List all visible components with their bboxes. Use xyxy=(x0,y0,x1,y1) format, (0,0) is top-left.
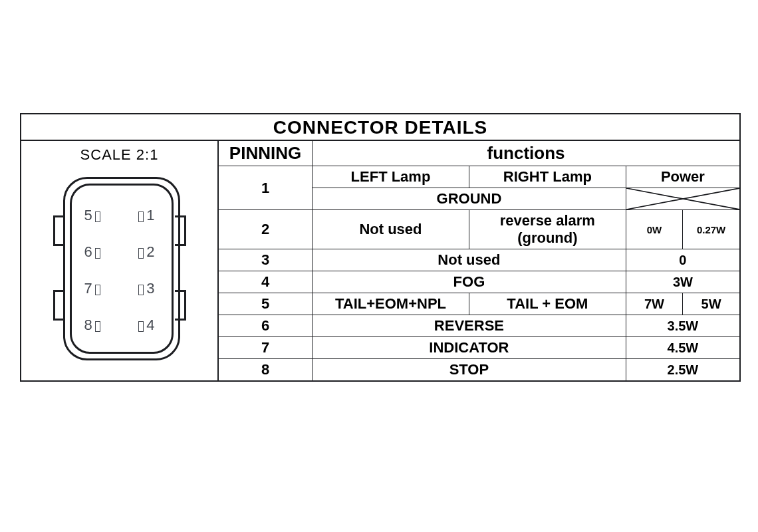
table-row: 7 INDICATOR 4.5W xyxy=(219,337,739,359)
connector-diagram-column: SCALE 2:1 5 1 6 2 xyxy=(21,141,219,380)
power-cell: 2.5W xyxy=(626,359,739,381)
pin-number: 5 xyxy=(219,293,313,315)
power-cell: 0 xyxy=(626,249,739,271)
power-cell: 5W xyxy=(683,293,739,315)
function-cell: reverse alarm (ground) xyxy=(469,210,626,249)
connector-details-panel: CONNECTOR DETAILS SCALE 2:1 5 1 6 xyxy=(20,113,741,382)
power-cell: 0W xyxy=(626,210,682,249)
function-cell: Not used xyxy=(313,249,626,271)
function-cell: GROUND xyxy=(313,188,626,210)
connector-drawing: 5 1 6 2 7 3 8 4 xyxy=(50,177,190,356)
pin-slot-icon xyxy=(138,248,144,259)
table-row: 8 STOP 2.5W xyxy=(219,359,739,381)
cross-icon xyxy=(626,188,739,209)
power-cell: 4.5W xyxy=(626,337,739,359)
table-row: 5 TAIL+EOM+NPL TAIL + EOM 7W 5W xyxy=(219,293,739,315)
pin-number: 4 xyxy=(219,271,313,293)
col-header-right-lamp: RIGHT Lamp xyxy=(469,166,626,188)
table-row: 6 REVERSE 3.5W xyxy=(219,315,739,337)
col-header-left-lamp: LEFT Lamp xyxy=(313,166,469,188)
pin-slot-icon xyxy=(138,321,144,332)
table-row: PINNING functions xyxy=(219,141,739,166)
function-cell: Not used xyxy=(313,210,469,249)
power-cell-crossed xyxy=(626,188,739,210)
pin-slot-icon xyxy=(95,248,100,259)
power-cell: 0.27W xyxy=(683,210,739,249)
function-cell: REVERSE xyxy=(313,315,626,337)
pin-label: 6 xyxy=(84,243,100,261)
pin-slot-icon xyxy=(95,285,100,295)
col-header-power: Power xyxy=(626,166,739,188)
pin-slot-icon xyxy=(138,285,144,295)
panel-body: SCALE 2:1 5 1 6 2 xyxy=(21,141,739,380)
pin-slot-icon xyxy=(95,211,100,222)
table-row: 2 Not used reverse alarm (ground) 0W 0.2… xyxy=(219,210,739,249)
panel-title: CONNECTOR DETAILS xyxy=(21,114,739,141)
col-header-pinning: PINNING xyxy=(219,141,313,166)
pin-number: 6 xyxy=(219,315,313,337)
connector-tab-icon xyxy=(53,215,64,246)
pin-number: 1 xyxy=(219,166,313,210)
pin-table-column: PINNING functions 1 LEFT Lamp RIGHT Lamp… xyxy=(219,141,739,380)
table-row: 4 FOG 3W xyxy=(219,271,739,293)
table-row: 3 Not used 0 xyxy=(219,249,739,271)
function-cell: FOG xyxy=(313,271,626,293)
pin-number: 2 xyxy=(219,210,313,249)
pin-label: 5 xyxy=(84,207,100,224)
function-cell: TAIL+EOM+NPL xyxy=(313,293,469,315)
connector-pin-labels: 5 1 6 2 7 3 8 4 xyxy=(70,184,170,350)
pin-label: 4 xyxy=(138,317,154,334)
function-cell: INDICATOR xyxy=(313,337,626,359)
pin-label: 2 xyxy=(138,243,154,261)
col-header-functions: functions xyxy=(313,141,739,166)
pin-label: 1 xyxy=(138,207,154,224)
pin-slot-icon xyxy=(138,211,144,222)
pin-number: 7 xyxy=(219,337,313,359)
pin-label: 3 xyxy=(138,280,154,297)
function-cell: TAIL + EOM xyxy=(469,293,626,315)
power-cell: 3W xyxy=(626,271,739,293)
pin-number: 8 xyxy=(219,359,313,381)
pin-table: PINNING functions 1 LEFT Lamp RIGHT Lamp… xyxy=(219,141,739,380)
pin-slot-icon xyxy=(95,321,100,332)
table-row: 1 LEFT Lamp RIGHT Lamp Power xyxy=(219,166,739,188)
connector-tab-icon xyxy=(53,290,64,321)
power-cell: 7W xyxy=(626,293,682,315)
pin-number: 3 xyxy=(219,249,313,271)
scale-label: SCALE 2:1 xyxy=(21,146,217,164)
function-cell: STOP xyxy=(313,359,626,381)
power-cell: 3.5W xyxy=(626,315,739,337)
pin-label: 8 xyxy=(84,317,100,334)
pin-label: 7 xyxy=(84,280,100,297)
